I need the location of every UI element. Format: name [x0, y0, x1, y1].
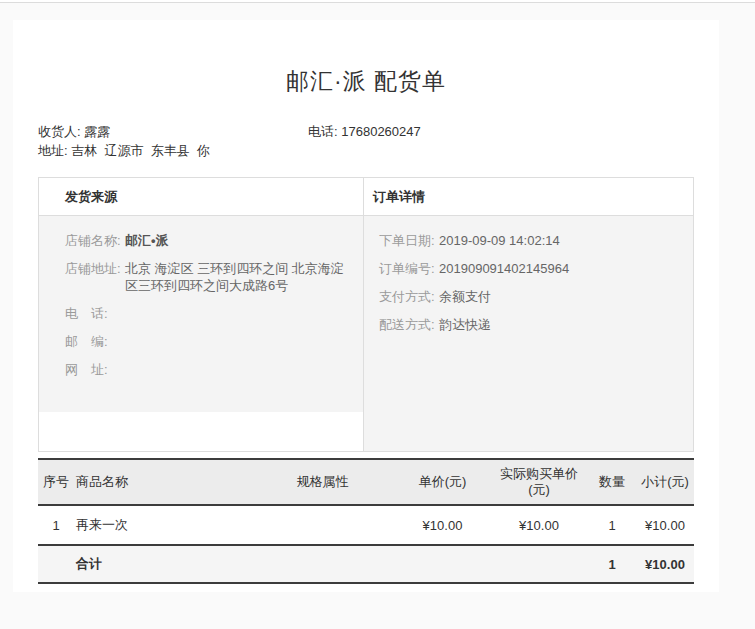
source-fields: 店铺名称: 邮汇•派 店铺地址: 北京 海淀区 三环到四环之间 北京海淀区三环到… [39, 216, 363, 412]
total-empty-cell [395, 545, 490, 583]
header-quantity: 数量 [588, 459, 636, 505]
header-subtotal: 小计(元) [636, 459, 694, 505]
browser-top-strip [0, 0, 755, 3]
recipient-name-value: 露露 [84, 124, 110, 139]
field-store-name: 店铺名称: 邮汇•派 [65, 232, 363, 249]
item-actual-price: ¥10.00 [490, 505, 588, 545]
recipient-phone-label: 电话: [308, 124, 341, 139]
field-store-address: 店铺地址: 北京 海淀区 三环到四环之间 北京海淀区三环到四环之间大成路6号 [65, 260, 363, 294]
recipient-address-line: 地址: 吉林 辽源市 东丰县 你 [38, 141, 694, 160]
item-spec [250, 505, 395, 545]
info-section-body: 店铺名称: 邮汇•派 店铺地址: 北京 海淀区 三环到四环之间 北京海淀区三环到… [39, 216, 693, 451]
item-unit-price: ¥10.00 [395, 505, 490, 545]
total-amount: ¥10.00 [636, 545, 694, 583]
field-value: 201909091402145964 [439, 260, 569, 277]
page-title: 邮汇·派 配货单 [38, 66, 694, 97]
recipient-name-label: 收货人: [38, 124, 84, 139]
total-quantity: 1 [588, 545, 636, 583]
item-row: 1 再来一次 ¥10.00 ¥10.00 1 ¥10.00 [38, 505, 694, 545]
header-spec: 规格属性 [250, 459, 395, 505]
info-section-box: 发货来源 订单详情 店铺名称: 邮汇•派 店铺地址: 北京 海淀区 三环到四环之… [38, 177, 694, 452]
items-table: 序号 商品名称 规格属性 单价(元) 实际购买单价(元) 数量 小计(元) 1 … [38, 458, 694, 584]
item-index: 1 [38, 505, 74, 545]
field-label: 支付方式: [379, 288, 435, 305]
recipient-line: 收货人: 露露 电话: 17680260247 [38, 122, 694, 141]
field-value [125, 305, 353, 322]
total-label: 合计 [74, 545, 250, 583]
total-row: 合计 1 ¥10.00 [38, 545, 694, 583]
field-label: 店铺地址: [65, 260, 121, 294]
field-store-zip: 邮 编: [65, 333, 363, 350]
field-value [125, 361, 353, 378]
recipient-name: 收货人: 露露 [38, 122, 308, 141]
field-shipping-method: 配送方式: 韵达快递 [379, 316, 693, 333]
header-unit-price: 单价(元) [395, 459, 490, 505]
total-empty-cell [250, 545, 395, 583]
order-column: 下单日期: 2019-09-09 14:02:14 订单编号: 20190909… [364, 216, 693, 451]
total-empty-cell [38, 545, 74, 583]
recipient-phone: 电话: 17680260247 [308, 122, 421, 141]
field-order-date: 下单日期: 2019-09-09 14:02:14 [379, 232, 693, 249]
field-store-website: 网 址: [65, 361, 363, 378]
field-value: 余额支付 [439, 288, 491, 305]
field-value [125, 333, 353, 350]
field-label: 下单日期: [379, 232, 435, 249]
order-section-title: 订单详情 [364, 178, 693, 215]
field-value: 韵达快递 [439, 316, 491, 333]
source-section-title: 发货来源 [39, 178, 364, 215]
item-product-name: 再来一次 [74, 505, 250, 545]
recipient-phone-value: 17680260247 [341, 124, 421, 139]
field-value: 邮汇•派 [125, 232, 353, 249]
field-label: 店铺名称: [65, 232, 121, 249]
info-section-header: 发货来源 订单详情 [39, 178, 693, 216]
field-label: 电 话: [65, 305, 121, 322]
order-fields: 下单日期: 2019-09-09 14:02:14 订单编号: 20190909… [364, 216, 693, 451]
recipient-address: 地址: 吉林 辽源市 东丰县 你 [38, 143, 210, 158]
recipient-address-value: 吉林 辽源市 东丰县 你 [71, 143, 210, 158]
recipient-address-label: 地址: [38, 143, 71, 158]
item-subtotal: ¥10.00 [636, 505, 694, 545]
items-header-row: 序号 商品名称 规格属性 单价(元) 实际购买单价(元) 数量 小计(元) [38, 459, 694, 505]
field-value: 2019-09-09 14:02:14 [439, 232, 560, 249]
header-index: 序号 [38, 459, 74, 505]
total-empty-cell [490, 545, 588, 583]
field-label: 订单编号: [379, 260, 435, 277]
recipient-block: 收货人: 露露 电话: 17680260247 地址: 吉林 辽源市 东丰县 你 [38, 122, 694, 160]
field-label: 配送方式: [379, 316, 435, 333]
field-store-phone: 电 话: [65, 305, 363, 322]
header-actual-price: 实际购买单价(元) [490, 459, 588, 505]
source-column: 店铺名称: 邮汇•派 店铺地址: 北京 海淀区 三环到四环之间 北京海淀区三环到… [39, 216, 364, 451]
field-label: 网 址: [65, 361, 121, 378]
field-order-number: 订单编号: 201909091402145964 [379, 260, 693, 277]
field-value: 北京 海淀区 三环到四环之间 北京海淀区三环到四环之间大成路6号 [125, 260, 353, 294]
delivery-slip-page: 邮汇·派 配货单 收货人: 露露 电话: 17680260247 地址: 吉林 … [13, 20, 719, 592]
field-label: 邮 编: [65, 333, 121, 350]
field-payment-method: 支付方式: 余额支付 [379, 288, 693, 305]
item-quantity: 1 [588, 505, 636, 545]
header-product-name: 商品名称 [74, 459, 250, 505]
